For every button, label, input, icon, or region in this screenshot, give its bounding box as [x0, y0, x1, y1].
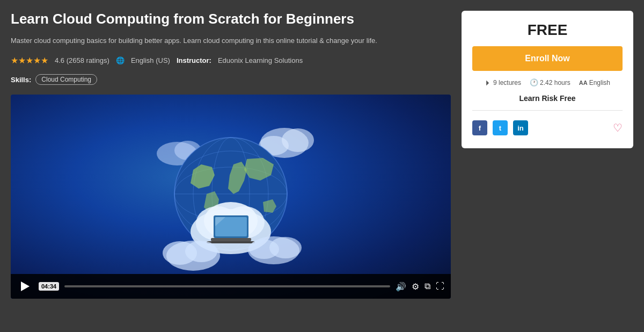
globe-icon: 🌐: [116, 56, 125, 64]
twitter-icon[interactable]: t: [493, 120, 508, 135]
course-meta: ⏵ 9 lectures 🕐 2.42 hours AA English: [472, 78, 623, 86]
facebook-icon[interactable]: f: [472, 120, 487, 135]
price-label: FREE: [472, 21, 623, 39]
video-container[interactable]: 04:34 🔊 ⚙ ⧉ ⛶: [11, 95, 451, 299]
lectures-meta: ⏵ 9 lectures: [485, 78, 521, 86]
play-button[interactable]: [17, 278, 33, 294]
settings-icon[interactable]: ⚙: [412, 282, 419, 292]
svg-point-26: [249, 240, 279, 259]
lectures-text: 9 lectures: [493, 79, 521, 86]
control-icons: 🔊 ⚙ ⧉ ⛶: [396, 282, 444, 292]
social-icons: f t in: [472, 120, 528, 135]
language: English (US): [131, 56, 170, 64]
main-content: Learn Cloud Computing from Scratch for B…: [11, 11, 451, 321]
rating-value: 4.6 (2658 ratings): [55, 56, 109, 64]
course-title: Learn Cloud Computing from Scratch for B…: [11, 11, 451, 27]
skills-label: Skills:: [11, 76, 31, 84]
divider: [472, 110, 623, 111]
course-description: Master cloud computing basics for buildi…: [11, 36, 451, 46]
svg-rect-19: [211, 238, 251, 241]
time-badge: 04:34: [39, 282, 59, 291]
skill-tag: Cloud Computing: [35, 74, 97, 85]
lectures-icon: ⏵: [485, 78, 492, 86]
volume-icon[interactable]: 🔊: [396, 282, 406, 292]
instructor-name: Eduonix Learning Solutions: [218, 56, 303, 64]
risk-free-text: Learn Risk Free: [472, 94, 623, 103]
course-illustration: [140, 111, 322, 283]
progress-bar[interactable]: [64, 285, 390, 287]
instructor-label: Instructor:: [177, 56, 211, 64]
svg-point-23: [185, 241, 217, 262]
duration-meta: 🕐 2.42 hours: [530, 78, 570, 86]
duration-text: 2.42 hours: [540, 79, 570, 86]
svg-rect-20: [207, 241, 255, 243]
wishlist-heart-icon[interactable]: ♡: [613, 121, 623, 134]
pip-icon[interactable]: ⧉: [425, 282, 430, 291]
linkedin-icon[interactable]: in: [513, 120, 528, 135]
social-row: f t in ♡: [472, 118, 623, 138]
language-meta: AA English: [579, 79, 610, 86]
stars-icon: ★★★★★: [11, 55, 48, 66]
lang-icon: AA: [579, 80, 588, 86]
fullscreen-icon[interactable]: ⛶: [436, 282, 444, 291]
skills-row: Skills: Cloud Computing: [11, 74, 451, 85]
play-icon: [21, 282, 30, 291]
video-controls: 04:34 🔊 ⚙ ⧉ ⛶: [11, 274, 451, 299]
duration-icon: 🕐: [530, 78, 538, 86]
meta-row: ★★★★★ 4.6 (2658 ratings) 🌐 English (US) …: [11, 55, 451, 66]
sidebar: FREE Enroll Now ⏵ 9 lectures 🕐 2.42 hour…: [462, 11, 633, 321]
enroll-card: FREE Enroll Now ⏵ 9 lectures 🕐 2.42 hour…: [462, 11, 633, 148]
lang-text: English: [589, 79, 610, 86]
enroll-button[interactable]: Enroll Now: [472, 46, 623, 71]
video-background: [11, 95, 451, 299]
